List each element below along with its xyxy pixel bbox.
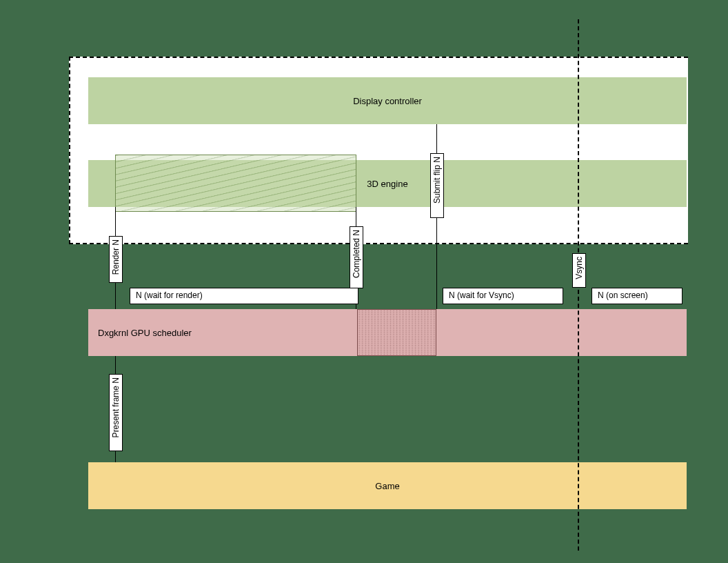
chip-label: N (wait for render) xyxy=(136,290,203,300)
lane-label: Game xyxy=(88,481,687,491)
chip-wait-render: N (wait for render) xyxy=(130,288,358,304)
vlabel-completed-n: Completed N xyxy=(350,226,363,288)
scheduler-active-segment xyxy=(357,309,436,356)
vlabel-vsync: Vsync xyxy=(572,253,586,288)
lane-display-controller: Display controller xyxy=(88,77,687,124)
chip-label: N (wait for Vsync) xyxy=(449,290,514,300)
lane-game: Game xyxy=(88,462,687,509)
chip-wait-vsync: N (wait for Vsync) xyxy=(443,288,563,304)
vlabel-present-frame-n: Present frame N xyxy=(109,374,123,451)
vlabel-render-n: Render N xyxy=(109,236,123,283)
lane-label: Display controller xyxy=(88,96,687,106)
vlabel-submit-flip-n: Submit flip N xyxy=(430,153,444,218)
lane-label: Dxgkrnl GPU scheduler xyxy=(98,328,192,338)
chip-label: N (on screen) xyxy=(598,290,648,300)
diagram-canvas: Display controller 3D engine Dxgkrnl GPU… xyxy=(0,0,728,563)
lane-3d-engine: 3D engine xyxy=(88,160,687,207)
lane-label: 3D engine xyxy=(88,179,687,189)
chip-on-screen: N (on screen) xyxy=(592,288,682,304)
svg-rect-5 xyxy=(358,310,436,355)
